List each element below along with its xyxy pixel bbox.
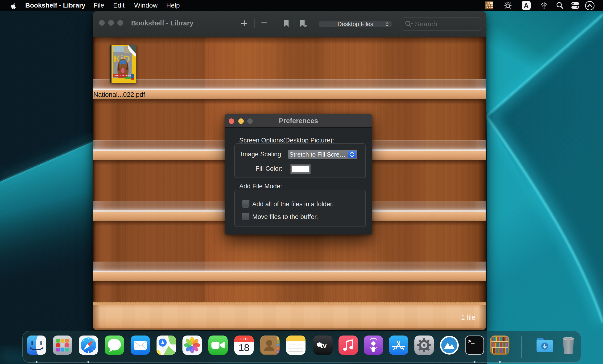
- svg-text:SUPERHEROES!: SUPERHEROES!: [114, 74, 132, 77]
- svg-text:tv: tv: [320, 342, 327, 349]
- svg-text:FEB: FEB: [241, 337, 247, 341]
- svg-text:A: A: [524, 2, 529, 9]
- svg-text:18: 18: [239, 342, 250, 353]
- svg-text:>_: >_: [468, 338, 475, 345]
